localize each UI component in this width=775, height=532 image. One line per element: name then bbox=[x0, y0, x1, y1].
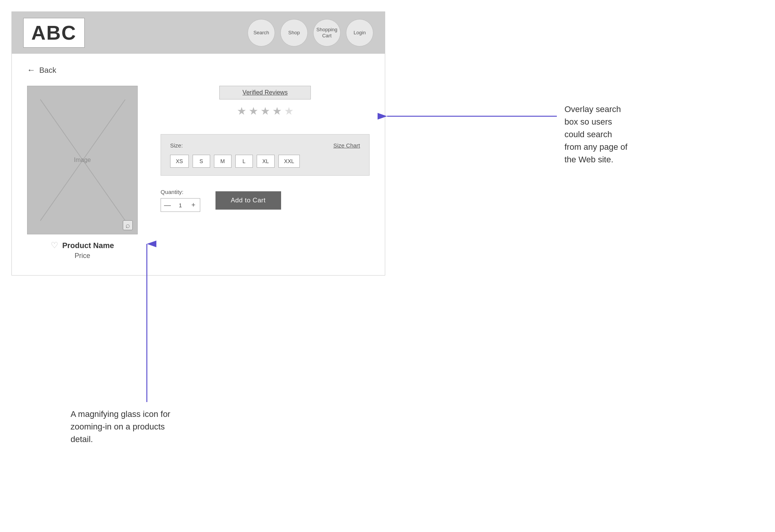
quantity-label: Quantity: bbox=[161, 189, 200, 195]
product-price: Price bbox=[27, 252, 138, 260]
size-buttons: XS S M L XL XXL bbox=[170, 155, 360, 168]
size-l[interactable]: L bbox=[235, 155, 253, 168]
nav-search-button[interactable]: Search bbox=[248, 19, 275, 46]
nav-cart-button[interactable]: Shopping Cart bbox=[313, 19, 341, 46]
back-label: Back bbox=[39, 66, 56, 75]
star-4: ★ bbox=[272, 105, 282, 117]
size-xxl[interactable]: XXL bbox=[278, 155, 300, 168]
page-root: ABC Search Shop Shopping Cart Login ← Ba… bbox=[0, 0, 775, 532]
size-s[interactable]: S bbox=[193, 155, 210, 168]
star-2: ★ bbox=[249, 105, 258, 117]
wireframe-container: ABC Search Shop Shopping Cart Login ← Ba… bbox=[11, 11, 385, 276]
product-info: ♡ Product Name bbox=[27, 240, 138, 250]
nav-bar: ABC Search Shop Shopping Cart Login bbox=[12, 12, 385, 54]
product-right: Verified Reviews ★ ★ ★ ★ ★ Size: bbox=[161, 86, 370, 212]
size-header: Size: Size Chart bbox=[170, 142, 360, 149]
size-section: Size: Size Chart XS S M L XL XXL bbox=[161, 134, 370, 176]
star-rating: ★ ★ ★ ★ ★ bbox=[237, 105, 294, 117]
product-section: Image ⌕ ♡ Product Name Price Verified Re… bbox=[27, 86, 370, 260]
quantity-control: — 1 + bbox=[161, 198, 200, 212]
product-left: Image ⌕ ♡ Product Name Price bbox=[27, 86, 138, 260]
nav-login-button[interactable]: Login bbox=[346, 19, 373, 46]
image-label: Image bbox=[74, 157, 91, 163]
quantity-minus-button[interactable]: — bbox=[161, 199, 174, 212]
quantity-section: Quantity: — 1 + Add to Cart bbox=[161, 189, 370, 212]
quantity-left: Quantity: — 1 + bbox=[161, 189, 200, 212]
nav-buttons: Search Shop Shopping Cart Login bbox=[248, 19, 373, 46]
right-annotation-text: Overlay search box so users could search… bbox=[564, 103, 656, 166]
quantity-plus-button[interactable]: + bbox=[187, 199, 200, 212]
page-content: ← Back Image ⌕ ♡ Product Name Price bbox=[12, 54, 385, 275]
logo: ABC bbox=[23, 18, 85, 48]
size-xl[interactable]: XL bbox=[257, 155, 275, 168]
star-3: ★ bbox=[260, 105, 270, 117]
star-1: ★ bbox=[237, 105, 246, 117]
product-image: Image ⌕ bbox=[27, 86, 138, 234]
wishlist-icon[interactable]: ♡ bbox=[51, 240, 58, 250]
zoom-icon[interactable]: ⌕ bbox=[123, 220, 133, 230]
size-m[interactable]: M bbox=[214, 155, 232, 168]
nav-shop-button[interactable]: Shop bbox=[280, 19, 308, 46]
product-name: Product Name bbox=[62, 241, 114, 250]
back-nav[interactable]: ← Back bbox=[27, 65, 370, 75]
reviews-section: Verified Reviews ★ ★ ★ ★ ★ bbox=[161, 86, 370, 117]
size-chart-link[interactable]: Size Chart bbox=[333, 142, 360, 149]
size-xs[interactable]: XS bbox=[170, 155, 189, 168]
bottom-annotation-text: A magnifying glass icon for zooming-in o… bbox=[71, 408, 231, 445]
back-arrow-icon: ← bbox=[27, 65, 35, 75]
quantity-value: 1 bbox=[174, 202, 187, 208]
star-5: ★ bbox=[284, 105, 294, 117]
add-to-cart-button[interactable]: Add to Cart bbox=[215, 191, 281, 210]
verified-reviews-button[interactable]: Verified Reviews bbox=[219, 86, 311, 99]
size-label: Size: bbox=[170, 142, 183, 149]
